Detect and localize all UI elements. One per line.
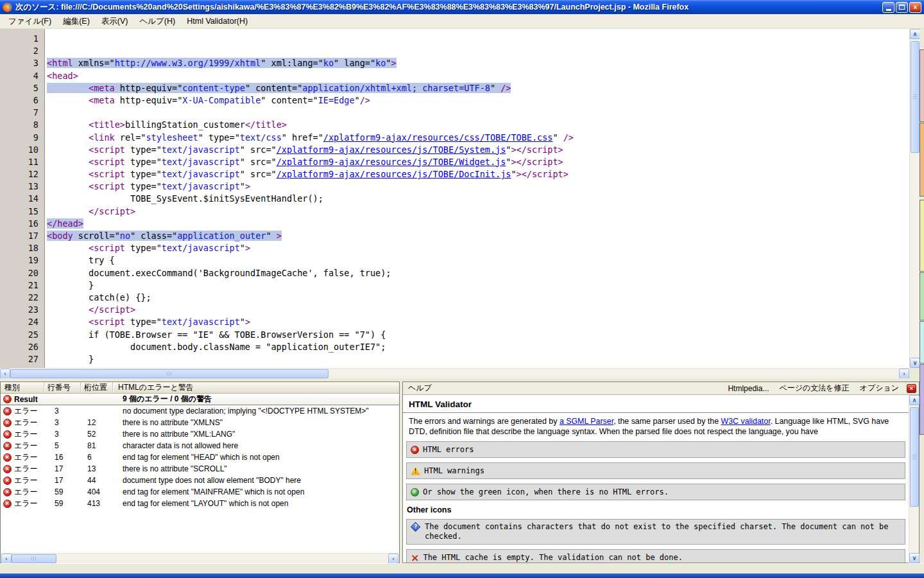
column-header-message[interactable]: HTMLのエラーと警告 [113, 382, 399, 393]
error-row[interactable]: ×エラー59413end tag for element "LAYOUT" wh… [1, 498, 399, 509]
help-legend-box: ✓Or show the green icon, when there is n… [406, 484, 905, 500]
line-number: 25 [0, 329, 44, 341]
scroll-down-button[interactable]: ∨ [910, 358, 920, 368]
help-legend-box: ×HTML errors [406, 441, 905, 458]
code-line: <meta http-equiv="content-type" content=… [47, 82, 909, 94]
source-hscrollbar-thumb[interactable] [10, 369, 329, 378]
highlighted-error-line: <html xmlns="http://www.w3.org/1999/xhtm… [47, 58, 397, 68]
help-close-button[interactable]: × [907, 384, 916, 393]
code-line: <meta http-equiv="X-UA-Compatible" conte… [47, 94, 909, 107]
error-col-cell: 52 [81, 430, 113, 439]
close-icon: × [914, 4, 918, 11]
source-link[interactable]: /xplatform9-ajax/resources/js/TOBE/Syste… [277, 144, 506, 155]
error-line-cell: 59 [44, 487, 81, 496]
line-number: 6 [0, 94, 44, 107]
error-row[interactable]: ×エラー3no document type declaration; imply… [1, 405, 399, 417]
column-header-col[interactable]: 桁位置 [81, 382, 113, 393]
error-rows: ×エラー3no document type declaration; imply… [1, 405, 399, 509]
menu-item-4[interactable]: Html Validator(H) [181, 15, 253, 28]
highlighted-error-line: <body scroll="no" class="application_out… [47, 231, 282, 241]
scroll-left-button[interactable]: ‹ [1, 554, 12, 564]
line-number: 23 [0, 304, 44, 316]
code-line: <link rel="stylesheet" type="text/css" h… [47, 132, 909, 144]
menu-item-0[interactable]: ファイル(F) [3, 14, 57, 29]
source-link[interactable]: /xplatform9-ajax/resources/js/TOBE/Widge… [277, 157, 506, 167]
error-type-cell: ×エラー [1, 498, 44, 509]
help-header: ヘルプ Htmlpedia...ページの文法を修正オプション × [403, 382, 919, 395]
right-edge-column [920, 29, 924, 563]
error-icon: × [3, 430, 12, 439]
error-row[interactable]: ×エラー352there is no attribute "XML:LANG" [1, 428, 399, 440]
help-vscrollbar[interactable]: ∧ ∨ [909, 395, 919, 563]
error-col-cell: 12 [81, 418, 113, 427]
help-inline-link[interactable]: W3C validator [721, 417, 771, 426]
line-number: 27 [0, 353, 44, 365]
error-row[interactable]: ×エラー166end tag for element "HEAD" which … [1, 451, 399, 463]
minimize-icon [886, 9, 891, 11]
help-inline-link[interactable]: a SGML Parser [560, 417, 613, 426]
close-icon: × [910, 385, 913, 392]
scroll-right-button[interactable]: › [899, 369, 909, 379]
line-number: 12 [0, 168, 44, 180]
line-number: 11 [0, 156, 44, 168]
error-icon: × [3, 442, 12, 450]
table-hscrollbar[interactable]: ‹ › [1, 553, 398, 563]
line-number: 21 [0, 279, 44, 292]
line-number: 19 [0, 254, 44, 267]
close-button[interactable]: × [909, 2, 921, 13]
code-line: <head> [47, 70, 909, 82]
result-summary: 9 個のエラー / 0 個の警告 [113, 394, 399, 405]
table-hscrollbar-thumb[interactable] [12, 554, 56, 563]
error-col-cell: 81 [81, 441, 113, 450]
line-number: 3 [0, 57, 44, 69]
minimize-button[interactable] [882, 2, 894, 13]
menu-item-1[interactable]: 編集(E) [57, 14, 96, 29]
scroll-down-button[interactable]: ∨ [909, 553, 920, 563]
line-number: 8 [0, 119, 44, 131]
help-legend-box: HTML warnings [406, 462, 905, 479]
error-row[interactable]: ×エラー1744document type does not allow ele… [1, 475, 399, 486]
error-icon: × [3, 488, 12, 496]
line-number: 2 [0, 45, 44, 57]
charset-question-icon: ? [411, 522, 421, 532]
help-header-link-1[interactable]: ページの文法を修正 [774, 383, 854, 394]
error-row[interactable]: ×エラー59404end tag for element "MAINFRAME"… [1, 486, 399, 498]
line-number: 18 [0, 242, 44, 254]
source-link[interactable]: /xplatform9-ajax/resources/js/TOBE/DocIn… [277, 169, 511, 179]
menu-bar: ファイル(F)編集(E)表示(V)ヘルプ(H)Html Validator(H) [0, 14, 924, 29]
firefox-icon [3, 3, 12, 12]
error-message-cell: end tag for element "MAINFRAME" which is… [113, 487, 399, 496]
error-row[interactable]: ×エラー1713there is no attribute "SCROLL" [1, 463, 399, 475]
scroll-right-button[interactable]: › [388, 554, 398, 564]
code-line: <script type="text/javascript" src="/xpl… [47, 144, 909, 156]
scroll-up-button[interactable]: ∧ [910, 29, 920, 39]
help-header-link-2[interactable]: オプション [855, 383, 904, 394]
scroll-up-button[interactable]: ∧ [909, 395, 920, 405]
line-number: 16 [0, 218, 44, 230]
scroll-marker-4 [920, 321, 924, 363]
source-vscrollbar[interactable]: ∧ ∨ [909, 29, 920, 368]
column-header-line[interactable]: 行番号 [44, 382, 81, 393]
scroll-left-button[interactable]: ‹ [0, 369, 10, 379]
source-vscrollbar-thumb[interactable] [911, 41, 920, 153]
help-vscrollbar-thumb[interactable] [910, 407, 919, 507]
menu-item-3[interactable]: ヘルプ(H) [133, 14, 181, 29]
error-row[interactable]: ×エラー312there is no attribute "XMLNS" [1, 417, 399, 428]
code-line: </script> [47, 206, 909, 218]
help-content: HTML Validator The errors and warnings a… [403, 395, 909, 563]
error-icon: × [3, 477, 12, 485]
help-header-link-0[interactable]: Htmlpedia... [723, 384, 774, 393]
code-line: document.body.className = "application_o… [47, 341, 909, 353]
scroll-marker-5 [920, 364, 924, 435]
menu-item-2[interactable]: 表示(V) [96, 14, 134, 29]
column-header-type[interactable]: 種別 [1, 382, 44, 393]
window-bottom-border [0, 574, 924, 578]
source-link[interactable]: /xplatform9-ajax/resources/css/TOBE/TOBE… [323, 132, 553, 143]
source-hscrollbar[interactable]: ‹ › [0, 368, 909, 378]
table-header-row: 種別 行番号 桁位置 HTMLのエラーと警告 [1, 382, 399, 394]
code-line: <script type="text/javascript"> [47, 180, 909, 193]
restore-button[interactable] [896, 2, 908, 13]
result-row[interactable]: × Result 9 個のエラー / 0 個の警告 [1, 394, 399, 405]
error-row[interactable]: ×エラー581character data is not allowed her… [1, 440, 399, 451]
scroll-marker-3 [920, 272, 924, 320]
